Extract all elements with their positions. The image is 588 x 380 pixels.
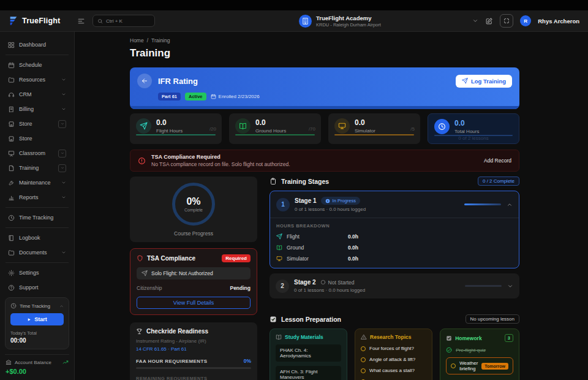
sidebar-nav: Dashboard Schedule Resources CRM Billing…: [5, 37, 69, 295]
stat-value: 0.0: [156, 118, 183, 127]
brand-name: TrueFlight: [22, 17, 60, 25]
chevron-down-icon: [61, 250, 66, 255]
stage-progress-bar: [464, 203, 501, 205]
account-balance-widget[interactable]: Account Balance +$0.00: [5, 354, 69, 375]
hours-row-simulator: Simulator 0.0h: [276, 256, 513, 262]
sidebar-item-store[interactable]: Store: [5, 131, 69, 146]
user-name[interactable]: Rhys Archeron: [538, 18, 579, 25]
sidebar-item-label: Schedule: [19, 62, 42, 68]
sidebar-item-training[interactable]: Training: [5, 161, 69, 175]
view-full-details-button[interactable]: View Full Details: [137, 297, 251, 309]
chevron-up-icon[interactable]: [507, 202, 513, 208]
divider: [6, 262, 69, 263]
openbook-icon: [235, 118, 251, 134]
alert-circle-icon: [138, 157, 146, 165]
clock-icon: [8, 215, 15, 221]
faa-requirements-label: FAA HOUR REQUIREMENTS: [136, 359, 208, 364]
academy-name: TrueFlight Academy: [316, 15, 381, 21]
sidebar-item-reports[interactable]: Reports: [5, 190, 69, 205]
sidebar-item-classroom[interactable]: Classroom: [5, 146, 69, 161]
study-material-item[interactable]: AFH Ch. 3: Flight Maneuvers: [276, 366, 341, 380]
brand[interactable]: TrueFlight: [9, 16, 70, 26]
academy-selector[interactable]: TrueFlight Academy KRDU - Raleigh Durham…: [299, 10, 381, 32]
course-banner: IFR Rating Log Training Part 61 Active E…: [130, 67, 519, 109]
study-material-item[interactable]: PHAK Ch. 4: Aerodynamics: [276, 344, 341, 362]
sidebar-item-logbook[interactable]: Logbook: [5, 230, 69, 245]
tsa-alert: TSA Compliance Required No TSA complianc…: [130, 150, 519, 172]
radio-circle-icon: [361, 346, 366, 351]
stat-label: Total Hours: [454, 129, 479, 134]
homework-item-done[interactable]: Pre-flight quiz: [446, 347, 513, 353]
trueflight-logo-icon: [9, 16, 18, 26]
todays-total-label: Today's Total: [10, 330, 64, 336]
sidebar-item-label: Reports: [19, 194, 39, 200]
chevron-down-icon[interactable]: [507, 283, 513, 289]
arrow-left-icon: [141, 77, 148, 85]
topbar: TrueFlight TrueFlight Academy KRDU - Ral…: [0, 10, 588, 32]
clock-icon: [434, 119, 450, 134]
global-search[interactable]: [92, 15, 155, 27]
sidebar-item-label: Logbook: [19, 235, 40, 241]
start-timer-button[interactable]: Start: [10, 313, 64, 325]
calendar-icon: [211, 94, 216, 99]
breadcrumb-current: Training: [151, 37, 170, 44]
sidebar-item-settings[interactable]: Settings: [5, 265, 69, 280]
stat-value: 0.0: [454, 119, 479, 127]
sidebar-item-store[interactable]: Store: [5, 116, 69, 131]
research-topic-item[interactable]: Angle of attack & lift?: [361, 357, 426, 362]
sidebar-item-support[interactable]: Support: [5, 280, 69, 295]
chevron-down-icon[interactable]: [472, 18, 478, 24]
research-topic-item[interactable]: Four forces of flight?: [361, 346, 426, 351]
monitor-icon: [276, 256, 282, 262]
wrench-icon: [8, 180, 15, 186]
expand-icon[interactable]: [500, 14, 513, 28]
sidebar-item-crm[interactable]: CRM: [5, 87, 69, 102]
stat-label: Flight Hours: [156, 128, 183, 134]
sidebar-item-time-tracking[interactable]: Time Tracking: [5, 210, 69, 225]
sidebar-item-maintenance[interactable]: Maintenance: [5, 175, 69, 190]
homework-count-badge: 3: [505, 334, 513, 342]
classroom-icon: [8, 150, 15, 157]
sidebar-item-schedule[interactable]: Schedule: [5, 58, 69, 72]
log-training-button[interactable]: Log Training: [456, 75, 512, 88]
stat-quota: /5: [410, 126, 415, 132]
not-started-badge: Not Started: [320, 279, 355, 286]
stage-2-card[interactable]: 2 Stage 2 Not Started 0 of 1 lessons ·: [270, 273, 519, 298]
chevron-down-icon: [61, 195, 66, 200]
alert-title: TSA Compliance Required: [151, 154, 290, 160]
chevron-down-icon: [61, 107, 66, 112]
search-input[interactable]: [106, 18, 150, 24]
boxed-chevron-down-icon[interactable]: [58, 120, 66, 128]
stage-1-header[interactable]: 1 Stage 1 In Progress: [270, 191, 519, 218]
checkride-regulation: 14 CFR 61.65 · Part 61: [136, 346, 251, 352]
sidebar-collapse-icon[interactable]: [77, 17, 85, 25]
divider: [6, 55, 69, 55]
boxed-chevron-down-icon[interactable]: [58, 164, 66, 172]
in-progress-badge: In Progress: [321, 197, 360, 205]
sidebar-item-resources[interactable]: Resources: [5, 72, 69, 87]
part-badge: Part 61: [158, 93, 181, 101]
hours-row-flight: Flight 0.0h: [276, 234, 513, 240]
avatar[interactable]: R: [520, 15, 531, 26]
checked-square-icon: [446, 335, 452, 341]
breadcrumb-home[interactable]: Home: [130, 37, 144, 44]
stages-complete-badge: 0 / 2 Complete: [478, 177, 519, 186]
chevron-up-icon[interactable]: [59, 304, 64, 308]
stat-label: Ground Hours: [255, 128, 286, 134]
sidebar-item-dashboard[interactable]: Dashboard: [5, 37, 69, 52]
sidebar-item-label: Support: [19, 284, 39, 291]
research-topic-item[interactable]: What causes a stall?: [361, 368, 426, 373]
stat-value: 0.0: [255, 118, 286, 127]
compose-icon[interactable]: [485, 17, 493, 25]
add-record-link[interactable]: Add Record: [484, 158, 511, 164]
boxed-chevron-down-icon[interactable]: [58, 150, 66, 158]
plane-icon: [276, 234, 282, 240]
back-button[interactable]: [137, 74, 152, 88]
sidebar-item-documents[interactable]: Documents: [5, 245, 69, 260]
radio-circle-icon: [451, 363, 456, 368]
play-icon: [27, 317, 31, 322]
tracker-title: Time Tracking: [20, 303, 50, 309]
receipt-icon: [8, 106, 15, 113]
sidebar-item-billing[interactable]: Billing: [5, 102, 69, 116]
homework-item-due[interactable]: Weather briefing Tomorrow: [446, 357, 513, 374]
